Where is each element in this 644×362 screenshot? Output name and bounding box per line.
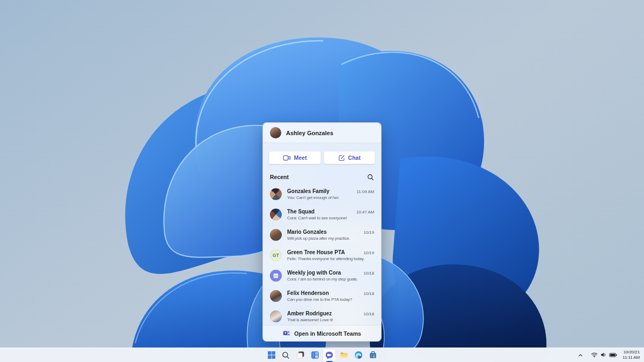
chat-timestamp: 10/18: [363, 312, 374, 316]
widgets-icon: [311, 351, 319, 359]
chat-list-item[interactable]: Amber Rodriguez10/18That is awesome! Lov…: [263, 306, 381, 327]
taskbar-start-button[interactable]: [265, 349, 277, 361]
recent-row: Recent: [263, 164, 381, 184]
taskbar-file-explorer-button[interactable]: [338, 349, 350, 361]
chat-avatar: [270, 311, 282, 322]
task-view-icon: [296, 351, 305, 359]
speaker-icon: [600, 350, 607, 360]
chat-timestamp: 10/18: [363, 271, 374, 276]
taskbar: 10/20/21 11:11 AM: [0, 348, 644, 362]
meet-button-label: Meet: [294, 154, 307, 161]
chat-preview: That is awesome! Love it!: [287, 317, 374, 322]
recent-label: Recent: [270, 174, 289, 180]
chat-list-item[interactable]: The Squad10:47 AMCora: Can't wait to see…: [263, 204, 381, 225]
battery-icon: [609, 350, 617, 360]
chat-icon: [325, 351, 334, 360]
taskbar-chat-button[interactable]: [323, 349, 335, 361]
open-in-teams-button[interactable]: T Open in Microsoft Teams: [263, 325, 381, 341]
chat-name: Felix Henderson: [287, 290, 329, 296]
chat-preview: Felix: Thanks everyone for attending tod…: [287, 256, 374, 261]
taskbar-edge-button[interactable]: [352, 349, 364, 361]
compose-icon: [338, 154, 345, 161]
chat-avatar: [270, 290, 282, 302]
chat-preview: Cora: I am so behind on my step goals.: [287, 277, 374, 282]
wifi-icon: [591, 350, 598, 360]
taskbar-icon-group: [0, 348, 644, 362]
store-icon: [369, 351, 377, 359]
chat-avatar: [270, 229, 282, 241]
chat-item-body: The Squad10:47 AMCora: Can't wait to see…: [287, 209, 374, 220]
chat-name: Amber Rodriguez: [287, 311, 332, 316]
tray-time: 11:11 AM: [623, 355, 640, 360]
chat-name: The Squad: [287, 209, 314, 215]
chat-list-item[interactable]: GTGreen Tree House PTA10/19Felix: Thanks…: [263, 245, 381, 265]
chat-button[interactable]: Chat: [324, 151, 376, 164]
chat-timestamp: 10/19: [363, 230, 374, 235]
chat-timestamp: 10/18: [363, 291, 374, 296]
chat-preview: Will pick up pizza after my practice.: [287, 236, 374, 241]
clock[interactable]: 10/20/21 11:11 AM: [621, 350, 641, 360]
chat-list-item[interactable]: Mario Gonzales10/19Will pick up pizza af…: [263, 225, 381, 245]
teams-panel-header: Ashley Gonzales: [263, 123, 381, 143]
search-icon[interactable]: [367, 173, 374, 181]
panel-actions: Meet Chat: [263, 143, 381, 164]
taskbar-search-button[interactable]: [280, 349, 292, 361]
file-explorer-icon: [340, 351, 348, 359]
video-camera-icon: [283, 155, 291, 161]
teams-logo-icon: T: [283, 329, 290, 338]
chat-name: Green Tree House PTA: [287, 249, 345, 255]
chat-timestamp: 11:09 AM: [357, 189, 374, 194]
chat-list-item[interactable]: Weekly jog with Cora10/18Cora: I am so b…: [263, 265, 381, 286]
chat-item-body: Felix Henderson10/18Can you drive me to …: [287, 290, 374, 302]
chat-button-label: Chat: [348, 154, 361, 161]
taskbar-store-button[interactable]: [367, 349, 379, 361]
taskbar-widgets-button[interactable]: [309, 349, 321, 361]
recent-chat-list: Gonzales Family11:09 AMYou: Can't get en…: [263, 184, 381, 327]
chat-preview: You: Can't get enough of her.: [287, 195, 374, 200]
desktop: Ashley Gonzales Meet Chat Recent Gonz: [0, 0, 644, 362]
meet-button[interactable]: Meet: [269, 151, 321, 164]
user-avatar: [270, 127, 281, 138]
chat-list-item[interactable]: Gonzales Family11:09 AMYou: Can't get en…: [263, 184, 381, 204]
svg-text:T: T: [284, 331, 287, 335]
chat-item-body: Mario Gonzales10/19Will pick up pizza af…: [287, 229, 374, 241]
search-icon: [282, 351, 290, 359]
chat-avatar: GT: [270, 249, 282, 261]
chat-avatar: [270, 270, 282, 282]
start-icon: [267, 351, 276, 359]
chat-name: Gonzales Family: [287, 188, 330, 194]
teams-chat-flyout: Ashley Gonzales Meet Chat Recent Gonz: [262, 122, 382, 342]
quick-settings-button[interactable]: [588, 349, 620, 361]
open-in-teams-label: Open in Microsoft Teams: [294, 330, 361, 337]
chat-name: Weekly jog with Cora: [287, 270, 341, 276]
chat-avatar: [270, 209, 282, 220]
hidden-icons-chevron-icon[interactable]: [575, 349, 585, 361]
chat-item-body: Green Tree House PTA10/19Felix: Thanks e…: [287, 249, 374, 261]
chat-name: Mario Gonzales: [287, 229, 327, 235]
chat-item-body: Weekly jog with Cora10/18Cora: I am so b…: [287, 270, 374, 282]
taskbar-task-view-button[interactable]: [294, 349, 306, 361]
edge-icon: [354, 351, 363, 359]
user-name: Ashley Gonzales: [286, 130, 333, 136]
chat-timestamp: 10/19: [363, 250, 374, 255]
chat-item-body: Amber Rodriguez10/18That is awesome! Lov…: [287, 311, 374, 322]
chat-preview: Can you drive me to the PTA today?: [287, 297, 374, 302]
chat-preview: Cora: Can't wait to see everyone!: [287, 216, 374, 220]
chat-list-item[interactable]: Felix Henderson10/18Can you drive me to …: [263, 286, 381, 306]
chat-timestamp: 10:47 AM: [356, 210, 374, 215]
tray-date: 10/20/21: [623, 350, 640, 355]
system-tray: 10/20/21 11:11 AM: [575, 348, 644, 362]
chat-item-body: Gonzales Family11:09 AMYou: Can't get en…: [287, 188, 374, 200]
chat-avatar: [270, 188, 282, 200]
